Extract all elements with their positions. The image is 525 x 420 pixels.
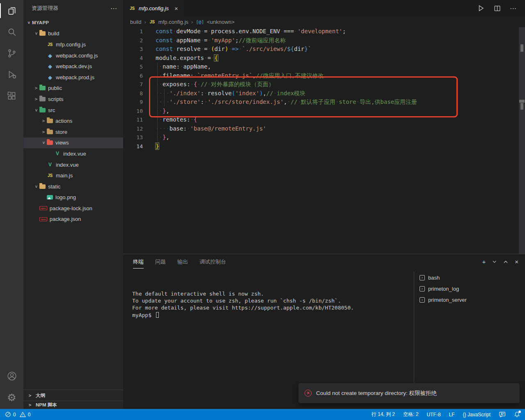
panel-tab-inactive[interactable]: 问题 bbox=[155, 256, 166, 268]
code-line-5[interactable]: 5··name:·appName, bbox=[123, 62, 519, 71]
terminal-prompt[interactable]: myApp$ bbox=[132, 312, 354, 319]
settings-gear-icon[interactable]: ⚙ bbox=[0, 387, 23, 408]
explorer-more-actions-icon[interactable]: ⋯ bbox=[110, 5, 117, 12]
tree-item-webpack-prod-js[interactable]: ◆webpack.prod.js bbox=[23, 72, 123, 83]
code-line-4[interactable]: 4module.exports·=·{ bbox=[123, 54, 519, 63]
image-file-icon bbox=[47, 195, 53, 200]
outline-label: 大纲 bbox=[36, 392, 45, 399]
terminal-instance-label: primeton_log bbox=[428, 286, 459, 292]
indentation-setting[interactable]: 空格: 2 bbox=[403, 411, 418, 418]
chevron-icon: > bbox=[34, 107, 39, 113]
chevron-icon: > bbox=[33, 96, 39, 102]
extensions-icon[interactable] bbox=[0, 85, 23, 107]
eol-sequence[interactable]: LF bbox=[449, 412, 455, 418]
status-bar: 0 0 行 14, 列 2 空格: 2 UTF-8 LF {} JavaScri… bbox=[0, 409, 525, 420]
webpack-file-icon: ◆ bbox=[47, 63, 53, 69]
line-number: 10 bbox=[123, 107, 143, 116]
code-line-12[interactable]: 12····base:·'base@/remoteEntry.js' bbox=[123, 124, 519, 133]
tree-item-store[interactable]: >store bbox=[23, 126, 123, 138]
error-icon: ✕ bbox=[305, 390, 312, 397]
tree-item-package-json[interactable]: npmpackage.json bbox=[23, 214, 123, 225]
panel-tab-inactive[interactable]: 调试控制台 bbox=[199, 256, 226, 268]
tab-close-icon[interactable]: × bbox=[174, 5, 178, 12]
notifications-bell-icon[interactable] bbox=[514, 411, 520, 418]
terminal-output[interactable]: The default interactive shell is now zsh… bbox=[132, 290, 354, 319]
terminal-instance-primeton_server[interactable]: ›primeton_server bbox=[420, 294, 523, 305]
line-number: 14 bbox=[123, 142, 143, 151]
source-control-icon[interactable] bbox=[0, 43, 23, 64]
panel-divider bbox=[414, 271, 414, 390]
run-file-icon[interactable] bbox=[477, 5, 485, 12]
code-line-2[interactable]: 2const·appName·=·'myApp';//微前端应用名称 bbox=[123, 36, 519, 45]
tree-item-logo-png[interactable]: logo.png bbox=[23, 192, 123, 203]
tree-item-index-vue[interactable]: Vindex.vue bbox=[23, 148, 123, 159]
feedback-icon[interactable] bbox=[499, 411, 506, 418]
tab-mfp-config[interactable]: JS mfp.config.js × bbox=[123, 0, 184, 16]
terminal-icon: › bbox=[420, 275, 425, 280]
problems-indicator[interactable]: 0 0 bbox=[5, 411, 30, 418]
tree-item-scripts[interactable]: >scripts bbox=[23, 94, 123, 105]
line-number: 6 bbox=[123, 71, 143, 80]
chevron-icon: > bbox=[26, 19, 32, 26]
tree-item-index-vue[interactable]: Vindex.vue bbox=[23, 159, 123, 170]
files-icon[interactable] bbox=[0, 0, 23, 21]
panel-tab-active[interactable]: 终端 bbox=[133, 256, 144, 269]
breadcrumb[interactable]: build › JS mfp.config.js › [@] <unknown> bbox=[123, 16, 525, 27]
language-label: JavaScript bbox=[468, 412, 491, 418]
line-number: 9 bbox=[123, 98, 143, 107]
maximize-panel-icon[interactable] bbox=[503, 259, 508, 264]
terminal-instance-primeton_log[interactable]: ›primeton_log bbox=[420, 283, 523, 294]
breadcrumb-file[interactable]: mfp.config.js bbox=[158, 19, 188, 25]
encoding[interactable]: UTF-8 bbox=[427, 412, 441, 418]
code-line-1[interactable]: 1const·devMode·=·process.env.NODE_ENV·==… bbox=[123, 27, 519, 36]
breadcrumb-folder[interactable]: build bbox=[130, 19, 141, 25]
tree-item-public[interactable]: >public bbox=[23, 83, 123, 94]
account-icon[interactable] bbox=[0, 365, 23, 387]
tree-item-actions[interactable]: >actions bbox=[23, 115, 123, 126]
tree-item-webpack-config-js[interactable]: ◆webpack.config.js bbox=[23, 50, 123, 61]
search-icon[interactable] bbox=[0, 21, 23, 43]
folder-icon bbox=[39, 86, 46, 90]
editor-scrollbar[interactable] bbox=[519, 27, 525, 254]
line-number: 11 bbox=[123, 115, 143, 124]
code-line-13[interactable]: 13··}, bbox=[123, 133, 519, 142]
tree-item-label: logo.png bbox=[55, 194, 76, 200]
breadcrumb-separator: › bbox=[191, 19, 193, 25]
line-number: 12 bbox=[123, 124, 143, 133]
npm-file-icon: npm bbox=[39, 206, 47, 210]
terminal-instance-bash[interactable]: ›bash bbox=[420, 272, 523, 283]
notification-toast[interactable]: ✕ Could not create temporary directory: … bbox=[298, 383, 520, 403]
tree-item-label: scripts bbox=[48, 96, 64, 102]
run-debug-icon[interactable] bbox=[0, 64, 23, 85]
editor-more-actions-icon[interactable]: ⋯ bbox=[510, 5, 517, 12]
tree-item-views[interactable]: >views bbox=[23, 138, 123, 149]
tree-item-label: mfp.config.js bbox=[56, 41, 86, 48]
language-mode[interactable]: {} JavaScript bbox=[463, 412, 491, 418]
outline-section[interactable]: > 大纲 bbox=[23, 390, 123, 401]
chevron-icon: > bbox=[40, 118, 47, 124]
line-number: 2 bbox=[123, 36, 143, 45]
tree-item-build[interactable]: >build bbox=[23, 28, 123, 39]
js-file-icon: JS bbox=[47, 42, 53, 47]
tree-item-main-js[interactable]: JSmain.js bbox=[23, 170, 123, 181]
chevron-icon: > bbox=[34, 30, 39, 37]
npm-scripts-section[interactable]: > NPM 脚本 bbox=[23, 401, 123, 409]
tree-item-package-lock-json[interactable]: npmpackage-lock.json bbox=[23, 203, 123, 214]
new-terminal-icon[interactable]: + bbox=[482, 258, 486, 265]
code-line-3[interactable]: 3const·resolve·=·(dir)·=>·`./src/views/$… bbox=[123, 45, 519, 54]
tree-item-mfp-config-js[interactable]: JSmfp.config.js bbox=[23, 39, 123, 50]
webpack-file-icon: ◆ bbox=[47, 74, 53, 80]
split-editor-icon[interactable] bbox=[494, 5, 501, 12]
line-number: 5 bbox=[123, 62, 143, 71]
line-number: 1 bbox=[123, 27, 143, 36]
tree-item-src[interactable]: >src bbox=[23, 105, 123, 116]
tree-item-static[interactable]: >static bbox=[23, 181, 123, 192]
cursor-position[interactable]: 行 14, 列 2 bbox=[371, 411, 395, 418]
panel-tab-inactive[interactable]: 输出 bbox=[177, 256, 188, 268]
tree-item-webpack-dev-js[interactable]: ◆webpack.dev.js bbox=[23, 61, 123, 72]
close-panel-icon[interactable]: × bbox=[515, 258, 518, 265]
terminal-dropdown-icon[interactable] bbox=[492, 259, 497, 264]
tree-item-myapp[interactable]: >MYAPP bbox=[23, 17, 123, 28]
code-line-14[interactable]: 14} bbox=[123, 142, 519, 151]
breadcrumb-symbol[interactable]: <unknown> bbox=[207, 19, 234, 25]
